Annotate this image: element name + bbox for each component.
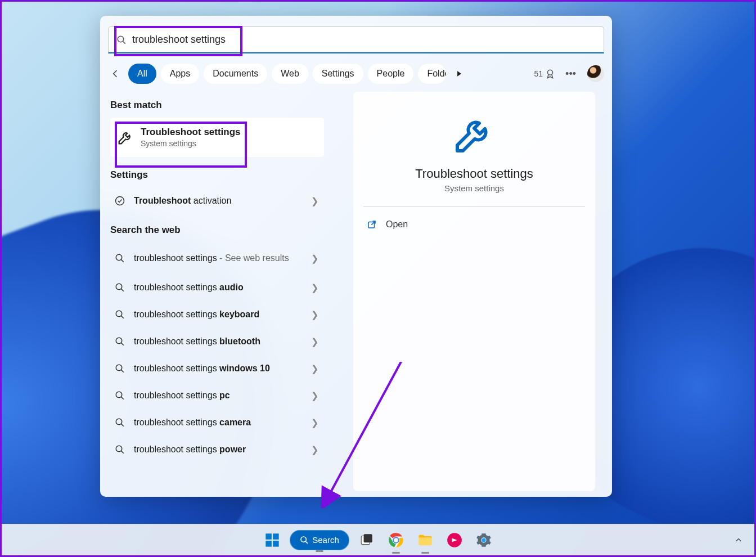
open-action[interactable]: Open — [363, 214, 585, 235]
web-result[interactable]: troubleshoot settings keyboard ❯ — [110, 301, 324, 328]
chevron-right-icon: ❯ — [311, 336, 318, 347]
settings-result-activation[interactable]: Troubleshoot activation ❯ — [110, 187, 324, 214]
detail-subtitle: System settings — [363, 183, 585, 193]
svg-rect-23 — [273, 533, 279, 540]
more-options[interactable]: ••• — [562, 68, 579, 80]
filter-tab-settings[interactable]: Settings — [313, 64, 363, 84]
svg-line-17 — [122, 424, 124, 426]
svg-rect-25 — [273, 541, 279, 547]
web-result[interactable]: troubleshoot settings pc ❯ — [110, 382, 324, 409]
web-result[interactable]: troubleshoot settings power ❯ — [110, 436, 324, 463]
chevron-right-icon: ❯ — [311, 253, 318, 264]
open-label: Open — [386, 219, 408, 230]
taskbar-task-view[interactable] — [355, 528, 379, 552]
taskbar: Search — [2, 524, 754, 555]
web-result[interactable]: troubleshoot settings - See web results … — [110, 242, 324, 274]
web-result[interactable]: troubleshoot settings audio ❯ — [110, 274, 324, 301]
filter-tab-documents[interactable]: Documents — [204, 64, 267, 84]
search-icon — [115, 282, 125, 293]
svg-point-16 — [116, 419, 122, 425]
svg-rect-29 — [363, 534, 372, 542]
svg-point-18 — [116, 446, 122, 452]
svg-point-6 — [116, 284, 122, 290]
taskbar-settings[interactable] — [472, 528, 496, 552]
web-result[interactable]: troubleshoot settings camera ❯ — [110, 409, 324, 436]
section-settings: Settings — [110, 169, 336, 181]
tray-overflow[interactable] — [731, 532, 746, 548]
chevron-up-icon — [735, 536, 742, 544]
svg-rect-24 — [266, 541, 272, 547]
filter-tab-web[interactable]: Web — [272, 64, 308, 84]
svg-point-0 — [118, 36, 124, 42]
section-best-match: Best match — [110, 100, 336, 111]
taskbar-chrome[interactable] — [384, 528, 408, 552]
search-input[interactable] — [132, 34, 596, 46]
chrome-icon — [388, 532, 404, 548]
svg-point-4 — [116, 254, 122, 260]
checkmark-circle-icon — [114, 195, 125, 206]
chevron-right-icon: ❯ — [311, 196, 318, 206]
search-icon — [115, 444, 125, 455]
open-icon — [367, 219, 377, 230]
folder-icon — [417, 532, 433, 548]
filter-tab-folders[interactable]: Folders — [418, 64, 446, 84]
search-icon — [115, 417, 125, 428]
detail-column: Troubleshoot settings System settings Op… — [336, 92, 612, 491]
svg-point-10 — [116, 338, 122, 344]
svg-line-5 — [122, 260, 124, 262]
wrench-icon — [117, 129, 134, 146]
svg-rect-22 — [266, 533, 272, 540]
start-button[interactable] — [260, 528, 284, 552]
web-result-label: troubleshoot settings bluetooth — [134, 336, 303, 347]
settings-result-label: Troubleshoot activation — [134, 196, 303, 206]
search-bar[interactable] — [108, 26, 604, 53]
windows-search-panel: All Apps Documents Web Settings People F… — [100, 16, 612, 497]
svg-line-1 — [123, 41, 125, 43]
search-icon — [115, 309, 125, 320]
medal-icon — [545, 69, 555, 79]
chevron-right-icon: ❯ — [311, 444, 318, 455]
taskbar-explorer[interactable] — [413, 528, 437, 552]
detail-title: Troubleshoot settings — [363, 167, 585, 181]
web-result-label: troubleshoot settings pc — [134, 390, 303, 401]
divider — [363, 206, 585, 207]
svg-line-7 — [122, 289, 124, 291]
svg-line-15 — [122, 397, 124, 399]
rewards-points[interactable]: 51 — [534, 69, 556, 79]
svg-line-9 — [122, 316, 124, 318]
chevron-right-icon: ❯ — [311, 309, 318, 320]
search-icon — [115, 336, 125, 347]
search-icon — [115, 253, 125, 263]
search-icon — [115, 390, 125, 401]
web-result[interactable]: troubleshoot settings bluetooth ❯ — [110, 328, 324, 355]
filter-tab-people[interactable]: People — [368, 64, 414, 84]
svg-line-11 — [122, 343, 124, 345]
svg-point-3 — [116, 197, 124, 205]
svg-point-14 — [116, 392, 122, 398]
section-search-web: Search the web — [110, 224, 336, 236]
web-result[interactable]: troubleshoot settings windows 10 ❯ — [110, 355, 324, 382]
svg-point-34 — [482, 538, 485, 542]
wrench-icon — [452, 111, 497, 156]
taskbar-search-button[interactable]: Search — [290, 530, 349, 550]
filter-tab-apps[interactable]: Apps — [161, 64, 199, 84]
gear-icon — [476, 532, 492, 548]
rewards-count: 51 — [534, 69, 543, 78]
taskbar-app-pink[interactable] — [443, 528, 466, 552]
chevron-right-icon: ❯ — [311, 417, 318, 428]
search-icon — [116, 35, 127, 45]
chevron-right-icon: ❯ — [311, 390, 318, 401]
best-match-result[interactable]: Troubleshoot settings System settings — [110, 118, 324, 157]
filter-scroll-right[interactable] — [451, 65, 467, 82]
svg-line-19 — [122, 451, 124, 453]
best-match-title: Troubleshoot settings — [141, 127, 241, 138]
web-result-label: troubleshoot settings - See web results — [134, 253, 303, 264]
web-result-label: troubleshoot settings camera — [134, 417, 303, 428]
svg-point-26 — [301, 537, 306, 542]
back-button[interactable] — [108, 66, 123, 81]
task-view-icon — [359, 533, 374, 547]
svg-line-13 — [122, 370, 124, 372]
filter-tab-all[interactable]: All — [128, 64, 156, 84]
search-icon — [115, 363, 125, 374]
user-avatar[interactable] — [587, 65, 604, 82]
